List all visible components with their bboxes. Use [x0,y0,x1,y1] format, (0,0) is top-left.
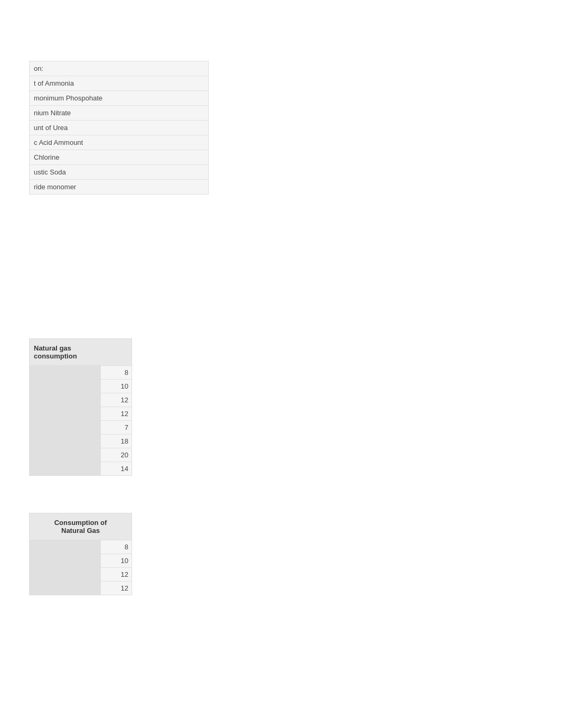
consumption-header: Consumption ofNatural Gas [30,513,132,540]
table-row: Chlorine [30,150,208,165]
value-cell: 12 [101,407,132,421]
natural-gas-container: Natural gasconsumption 81012127182014 [29,338,132,476]
top-table-container: on:t of Ammoniamonimum Phospohatenium Ni… [29,61,209,195]
table-row: t of Ammonia [30,76,208,91]
table-row: ustic Soda [30,165,208,180]
bar-cell [30,435,101,448]
bar-cell [30,540,101,554]
value-cell: 10 [101,554,132,568]
value-cell: 12 [101,393,132,407]
value-cell: 8 [101,540,132,554]
value-cell: 10 [101,380,132,393]
table-row: on: [30,61,208,76]
value-cell: 12 [101,582,132,595]
value-cell: 14 [101,462,132,476]
value-cell: 18 [101,435,132,448]
table-row: monimum Phospohate [30,91,208,106]
value-cell: 20 [101,448,132,462]
bar-cell [30,421,101,435]
bar-cell [30,554,101,568]
value-cell: 7 [101,421,132,435]
bar-cell [30,380,101,393]
bar-cell [30,568,101,582]
bar-cell [30,462,101,476]
table-row: nium Nitrate [30,106,208,121]
table-row: ride monomer [30,180,208,195]
table-row: unt of Urea [30,121,208,135]
table-row: c Acid Ammount [30,135,208,150]
bar-cell [30,582,101,595]
bar-cell [30,393,101,407]
bar-cell [30,366,101,380]
bar-cell [30,407,101,421]
value-cell: 12 [101,568,132,582]
consumption-natural-gas-container: Consumption ofNatural Gas 8101212 [29,513,132,595]
natural-gas-header: Natural gasconsumption [30,339,132,366]
value-cell: 8 [101,366,132,380]
bar-cell [30,448,101,462]
